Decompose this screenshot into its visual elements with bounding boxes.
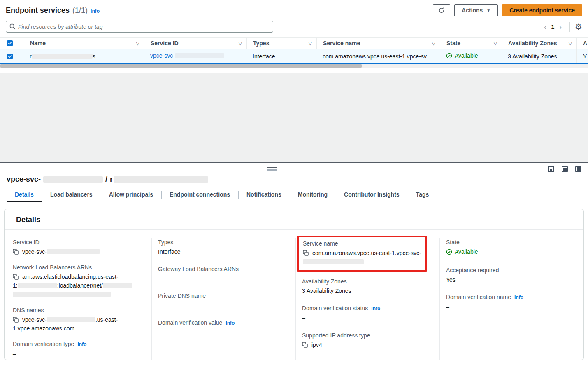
field-label: Domain verification type bbox=[13, 341, 74, 347]
field-supported-ip: Supported IP address type ipv4 bbox=[302, 331, 433, 349]
row-checkbox[interactable] bbox=[7, 54, 13, 59]
field-types: Types Interface bbox=[158, 238, 289, 256]
tab-notifications[interactable]: Notifications bbox=[238, 189, 290, 202]
copy-icon[interactable] bbox=[13, 274, 19, 280]
scrollbar-thumb[interactable] bbox=[0, 64, 362, 68]
filter-icon[interactable]: ▽ bbox=[136, 41, 144, 46]
pagination: ‹ 1 › ⚙ bbox=[541, 22, 582, 32]
cell-availability-zones: 3 Availability Zones bbox=[502, 53, 576, 60]
field-label: Domain verification value bbox=[158, 319, 222, 326]
field-label: Service ID bbox=[13, 238, 145, 246]
field-glb-arns: Gateway Load Balancers ARNs – bbox=[158, 265, 289, 283]
field-value: – bbox=[302, 314, 433, 323]
table-toolbar: ‹ 1 › ⚙ bbox=[0, 16, 588, 37]
info-link[interactable]: Info bbox=[514, 295, 523, 300]
filter-icon[interactable]: ▽ bbox=[432, 41, 440, 46]
copy-icon[interactable] bbox=[302, 342, 308, 348]
actions-label: Actions bbox=[462, 7, 483, 14]
tab-allow-principals[interactable]: Allow principals bbox=[101, 189, 161, 202]
column-label: Types bbox=[253, 40, 269, 47]
info-link[interactable]: Info bbox=[371, 306, 380, 311]
field-label: Gateway Load Balancers ARNs bbox=[158, 265, 289, 273]
service-id-link[interactable]: vpce-svc- bbox=[150, 52, 224, 60]
field-value: arn:aws:elasticloadbalancing:us-east- bbox=[22, 274, 118, 280]
field-private-dns-name: Private DNS name – bbox=[158, 292, 289, 310]
tab-contributor-insights[interactable]: Contributor Insights bbox=[336, 189, 408, 202]
create-endpoint-service-button[interactable]: Create endpoint service bbox=[502, 4, 582, 16]
chevron-left-icon[interactable]: ‹ bbox=[541, 23, 550, 31]
filter-icon[interactable]: ▽ bbox=[239, 41, 246, 46]
cell-state: Available bbox=[440, 52, 502, 60]
field-domain-verification-value: Domain verification valueInfo – bbox=[158, 318, 289, 337]
availability-zones-popover[interactable]: 3 Availability Zones bbox=[508, 53, 557, 60]
field-availability-zones: Availability Zones 3 Availability Zones bbox=[302, 277, 433, 295]
page-title: Endpoint services bbox=[6, 6, 70, 15]
tab-details[interactable]: Details bbox=[7, 189, 42, 202]
name-text: s bbox=[93, 53, 95, 60]
field-label: Acceptance required bbox=[446, 266, 577, 274]
redacted-text bbox=[114, 176, 208, 182]
filter-icon[interactable]: ▽ bbox=[569, 41, 576, 46]
tab-endpoint-connections[interactable]: Endpoint connections bbox=[161, 189, 238, 202]
cell-service-id: vpce-svc- bbox=[144, 52, 246, 60]
copy-icon[interactable] bbox=[303, 250, 309, 256]
create-label: Create endpoint service bbox=[509, 7, 575, 14]
field-value: vpce-svc- bbox=[22, 248, 47, 255]
split-panel: vpce-svc- / r Details Load balancers All… bbox=[0, 162, 588, 365]
search-box[interactable] bbox=[6, 21, 273, 33]
info-link[interactable]: Info bbox=[77, 342, 86, 347]
field-value: Interface bbox=[158, 248, 289, 256]
field-label: Availability Zones bbox=[302, 277, 433, 285]
search-input[interactable] bbox=[18, 23, 270, 30]
field-label: DNS names bbox=[13, 306, 145, 314]
settings-gear-icon[interactable]: ⚙ bbox=[575, 23, 582, 31]
tab-tags[interactable]: Tags bbox=[408, 189, 437, 202]
filter-icon[interactable]: ▽ bbox=[494, 41, 502, 46]
page-number[interactable]: 1 bbox=[550, 23, 556, 30]
field-value: – bbox=[158, 274, 289, 283]
field-state: State Available bbox=[446, 238, 577, 257]
redacted-text bbox=[13, 292, 111, 297]
service-id-text: vpce-svc- bbox=[150, 52, 175, 59]
field-value: Available bbox=[455, 248, 478, 256]
table-row[interactable]: rs vpce-svc- Interface com.amazonaws.vpc… bbox=[0, 49, 588, 64]
availability-zones-popover[interactable]: 3 Availability Zones bbox=[302, 288, 351, 295]
panel-full-size-icon[interactable] bbox=[575, 166, 581, 172]
cell-types: Interface bbox=[246, 53, 316, 60]
column-header-service-id[interactable]: Service ID ▽ bbox=[144, 38, 246, 49]
column-header-types[interactable]: Types ▽ bbox=[246, 38, 316, 49]
check-circle-icon bbox=[446, 249, 452, 255]
column-header-availability-zones[interactable]: Availability Zones ▽ bbox=[502, 38, 576, 49]
tab-monitoring[interactable]: Monitoring bbox=[290, 189, 336, 202]
copy-icon[interactable] bbox=[13, 317, 19, 323]
select-all-checkbox[interactable] bbox=[7, 40, 13, 46]
field-value: 1: bbox=[13, 282, 18, 289]
drag-handle-icon[interactable] bbox=[267, 167, 277, 171]
field-value: vpce-svc- bbox=[22, 316, 47, 323]
column-header-overflow[interactable]: A bbox=[576, 38, 588, 49]
header-info-link[interactable]: Info bbox=[91, 8, 100, 14]
refresh-button[interactable] bbox=[433, 4, 450, 16]
field-service-name: Service name com.amazonaws.vpce.us-east-… bbox=[303, 239, 421, 267]
field-value: :loadbalancer/net/ bbox=[57, 282, 103, 289]
field-value: Yes bbox=[446, 276, 577, 284]
copy-icon[interactable] bbox=[13, 249, 19, 255]
state-text: Available bbox=[455, 52, 478, 59]
chevron-right-icon[interactable]: › bbox=[556, 23, 565, 31]
actions-button[interactable]: Actions ▼ bbox=[454, 4, 498, 16]
field-value: – bbox=[158, 301, 289, 310]
redacted-text bbox=[47, 249, 100, 254]
field-value: – bbox=[13, 350, 145, 358]
panel-bottom-position-icon[interactable] bbox=[548, 166, 554, 172]
filter-icon[interactable]: ▽ bbox=[309, 41, 316, 46]
panel-half-size-icon[interactable] bbox=[562, 166, 568, 172]
column-header-service-name[interactable]: Service name ▽ bbox=[316, 38, 440, 49]
column-label: Service name bbox=[323, 40, 360, 47]
field-label: Types bbox=[158, 238, 289, 246]
column-header-state[interactable]: State ▽ bbox=[440, 38, 502, 49]
page-count: (1/1) bbox=[72, 6, 88, 15]
tab-load-balancers[interactable]: Load balancers bbox=[42, 189, 101, 202]
field-domain-verification-name: Domain verification nameInfo – bbox=[446, 293, 577, 311]
column-header-name[interactable]: Name ▽ bbox=[20, 38, 144, 49]
info-link[interactable]: Info bbox=[225, 320, 235, 326]
